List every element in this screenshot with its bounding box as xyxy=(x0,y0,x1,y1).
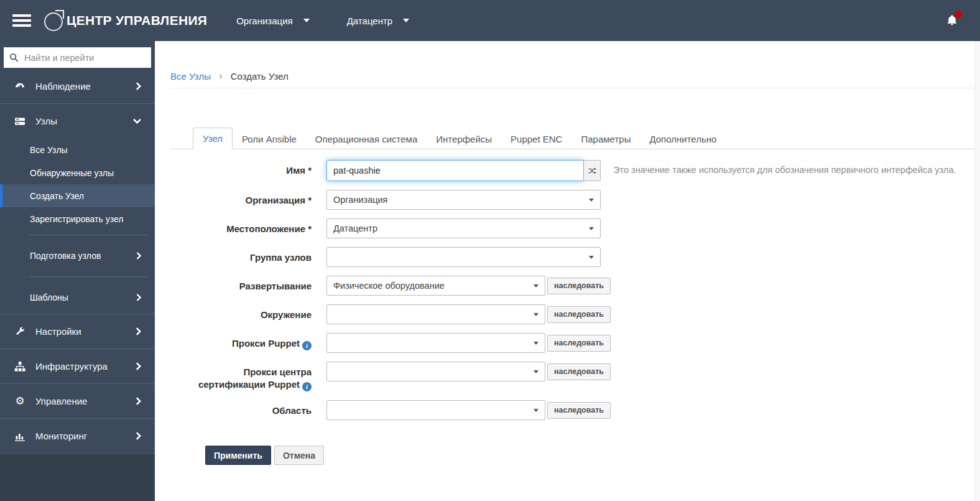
deploy-inherit-button[interactable]: наследовать xyxy=(547,278,611,294)
chevron-right-icon xyxy=(136,252,141,260)
name-help-text: Это значение также используется для обоз… xyxy=(613,160,956,175)
sidebar-subitem-templates[interactable]: Шаблоны xyxy=(0,281,155,314)
sidebar-item-nodes[interactable]: Узлы xyxy=(0,104,155,138)
chevron-down-icon xyxy=(589,227,594,230)
sidebar-subitem-create-node[interactable]: Создать Узел xyxy=(0,184,155,207)
sidebar-item-label: Наблюдение xyxy=(35,81,91,91)
sidebar-item-monitoring[interactable]: Мониторинг xyxy=(0,419,155,453)
sidebar-footer-area xyxy=(0,453,155,501)
sidebar-item-infrastructure[interactable]: Инфраструктура xyxy=(0,349,155,383)
sidebar-subitem-provisioning[interactable]: Подготовка узлов xyxy=(0,240,155,272)
location-switcher-label: Датацентр xyxy=(347,16,392,26)
submit-button[interactable]: Применить xyxy=(205,446,271,465)
form-actions: Применить Отмена xyxy=(205,446,974,465)
sidebar-subitem-register-node[interactable]: Зарегистрировать узел xyxy=(0,207,155,230)
chevron-down-icon xyxy=(589,256,594,259)
chevron-down-icon xyxy=(534,284,539,288)
app-logo xyxy=(43,7,67,34)
sidebar-subitem-label: Обнаруженные узлы xyxy=(30,168,114,178)
sidebar-subitem-label: Зарегистрировать узел xyxy=(30,214,123,224)
shuffle-icon xyxy=(588,167,597,175)
sidebar-search xyxy=(4,47,151,68)
tab-ansible-roles[interactable]: Роли Ansible xyxy=(233,129,306,149)
sidebar-subitem-all-nodes[interactable]: Все Узлы xyxy=(0,138,155,161)
bar-chart-icon xyxy=(14,431,26,442)
sidebar-item-management[interactable]: ⚙ Управление xyxy=(0,384,155,418)
tab-operating-system[interactable]: Операционная система xyxy=(306,129,427,149)
cancel-button[interactable]: Отмена xyxy=(274,446,324,465)
realm-inherit-button[interactable]: наследовать xyxy=(547,402,611,419)
deploy-select-value: Физическое оборудование xyxy=(333,281,534,291)
sidebar-item-label: Мониторинг xyxy=(35,431,87,441)
notifications-bell-icon[interactable] xyxy=(945,13,959,28)
scrollbar-track[interactable] xyxy=(974,41,980,501)
chevron-down-icon xyxy=(534,342,539,345)
info-icon[interactable]: i xyxy=(302,382,312,391)
app-root: ЦЕНТР УПРАВЛЕНИЯ Организация Датацентр xyxy=(0,0,980,501)
chevron-right-icon xyxy=(136,327,141,335)
tab-puppet-enc[interactable]: Puppet ENC xyxy=(501,129,571,149)
form-group-puppet-proxy: Прокси Puppeti наследовать xyxy=(193,333,974,353)
main-content: Все Узлы › Создать Узел Узел Роли Ansibl… xyxy=(155,41,974,501)
menu-toggle-icon[interactable] xyxy=(12,12,32,29)
tab-host[interactable]: Узел xyxy=(193,128,233,149)
form-group-puppet-ca-proxy: Прокси центра сертификации Puppeti насле… xyxy=(193,362,974,391)
tab-additional[interactable]: Дополнительно xyxy=(640,129,726,149)
name-label: Имя * xyxy=(193,160,326,177)
name-input[interactable] xyxy=(326,160,584,181)
sidebar-item-settings[interactable]: Настройки xyxy=(0,314,155,349)
puppet-ca-proxy-select[interactable] xyxy=(326,362,545,382)
sidebar-item-label: Инфраструктура xyxy=(35,361,108,372)
form-group-realm: Область наследовать xyxy=(193,400,974,420)
location-switcher[interactable]: Датацентр xyxy=(347,16,409,26)
chevron-down-icon xyxy=(133,118,141,124)
organization-select[interactable]: Организация xyxy=(326,190,601,210)
sidebar-nodes-submenu: Все Узлы Обнаруженные узлы Создать Узел … xyxy=(0,138,155,314)
sidebar: Наблюдение Узлы Все Узлы xyxy=(0,41,155,501)
location-label: Местоположение * xyxy=(193,218,326,235)
search-icon xyxy=(9,53,19,62)
organization-switcher-label: Организация xyxy=(236,16,292,26)
search-input[interactable] xyxy=(24,53,146,63)
puppet-ca-proxy-label-text: Прокси центра сертификации Puppet xyxy=(198,367,312,390)
environment-select[interactable] xyxy=(326,304,545,324)
sitemap-icon xyxy=(14,361,26,372)
sidebar-item-label: Управление xyxy=(35,396,87,406)
puppet-proxy-inherit-button[interactable]: наследовать xyxy=(547,335,611,352)
puppet-ca-proxy-label: Прокси центра сертификации Puppeti xyxy=(193,362,326,391)
sidebar-subitem-label: Создать Узел xyxy=(30,191,84,201)
sidebar-subitem-label: Подготовка узлов xyxy=(30,251,101,261)
sidebar-subitem-discovered-nodes[interactable]: Обнаруженные узлы xyxy=(0,161,155,184)
deploy-select[interactable]: Физическое оборудование xyxy=(326,276,545,296)
tab-interfaces[interactable]: Интерфейсы xyxy=(427,129,501,149)
form-group-deploy: Развертывание Физическое оборудование на… xyxy=(193,276,974,296)
breadcrumb: Все Узлы › Создать Узел xyxy=(170,70,974,88)
environment-label: Окружение xyxy=(193,304,326,321)
hostgroup-select[interactable] xyxy=(326,247,601,267)
top-navbar: ЦЕНТР УПРАВЛЕНИЯ Организация Датацентр xyxy=(0,0,980,41)
location-select[interactable]: Датацентр xyxy=(326,218,601,238)
chevron-down-icon xyxy=(589,199,594,202)
app-title: ЦЕНТР УПРАВЛЕНИЯ xyxy=(67,13,207,28)
puppet-proxy-select[interactable] xyxy=(326,333,545,353)
sidebar-item-label: Узлы xyxy=(35,116,57,126)
server-icon xyxy=(14,116,26,127)
sidebar-item-observe[interactable]: Наблюдение xyxy=(0,69,155,103)
puppet-proxy-label: Прокси Puppeti xyxy=(193,333,326,350)
location-select-value: Датацентр xyxy=(333,223,589,233)
sidebar-item-label: Настройки xyxy=(35,326,81,337)
sidebar-subitem-label: Шаблоны xyxy=(30,293,68,302)
breadcrumb-current: Создать Узел xyxy=(231,71,289,82)
info-icon[interactable]: i xyxy=(302,341,312,350)
environment-inherit-button[interactable]: наследовать xyxy=(547,306,611,323)
notification-badge xyxy=(955,11,962,18)
chevron-right-icon xyxy=(136,82,141,90)
tab-parameters[interactable]: Параметры xyxy=(571,129,640,149)
organization-switcher[interactable]: Организация xyxy=(236,16,309,26)
form-group-name: Имя * Это значение также используется дл… xyxy=(193,160,974,181)
puppet-ca-proxy-inherit-button[interactable]: наследовать xyxy=(547,363,611,380)
hostgroup-label: Группа узлов xyxy=(193,247,326,264)
realm-select[interactable] xyxy=(326,400,545,420)
breadcrumb-link-all-nodes[interactable]: Все Узлы xyxy=(170,71,211,82)
random-name-shuffle-button[interactable] xyxy=(584,160,601,181)
